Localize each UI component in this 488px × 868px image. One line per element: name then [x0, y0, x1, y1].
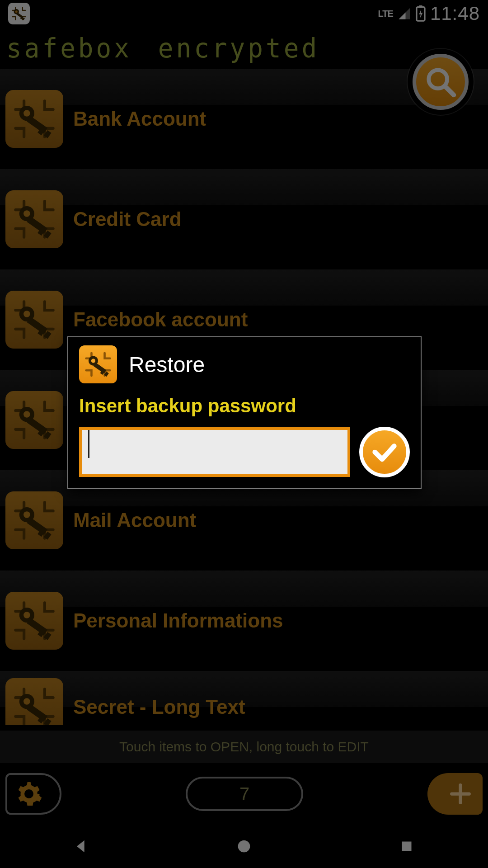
check-icon [370, 438, 399, 467]
confirm-button[interactable] [359, 427, 410, 477]
dialog-label: Insert backup password [79, 395, 410, 417]
key-icon [79, 345, 117, 383]
restore-dialog: Restore Insert backup password [67, 336, 422, 489]
backup-password-input[interactable] [79, 427, 350, 477]
text-cursor [88, 430, 89, 458]
dialog-title: Restore [129, 352, 205, 377]
